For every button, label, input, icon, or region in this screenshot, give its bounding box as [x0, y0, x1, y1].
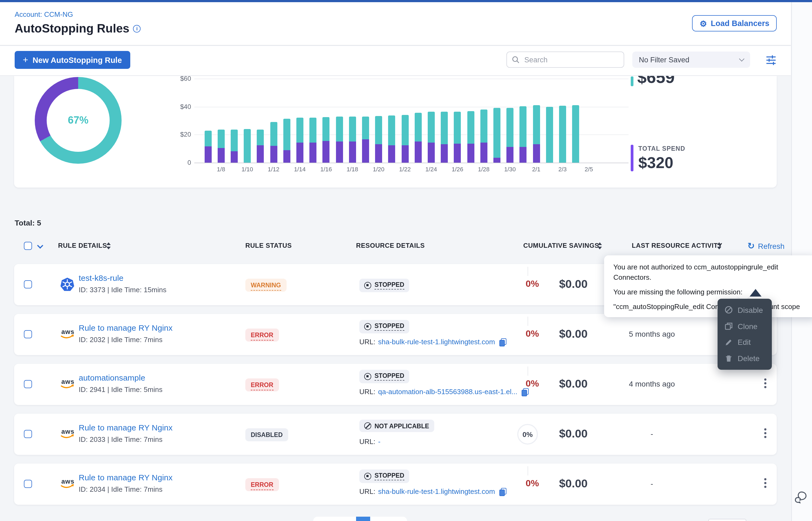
bar-savings-1/29	[493, 108, 500, 158]
rule-meta: ID: 3373 | Idle Time: 15mins	[79, 286, 166, 294]
sort-icon[interactable]	[598, 242, 602, 249]
bar-spend-1/19	[362, 140, 369, 163]
resource-url-link[interactable]: sha-bulk-rule-test-1.lightwingtest.com	[378, 338, 495, 346]
menu-item-delete[interactable]: Delete	[718, 350, 772, 367]
bar-spend-1/22	[401, 145, 408, 163]
resource-state-badge[interactable]: NOT APPLICABLE	[359, 420, 434, 432]
bar-savings-1/15	[309, 118, 317, 142]
sort-icon[interactable]	[106, 242, 111, 249]
resource-state-badge[interactable]: STOPPED	[359, 470, 409, 483]
bar-savings-1/17	[336, 117, 343, 141]
load-balancers-button[interactable]: ⚙ Load Balancers	[692, 15, 777, 31]
column-header-rule-details[interactable]: RULE DETAILS	[58, 242, 107, 249]
resource-state-badge[interactable]: STOPPED	[359, 370, 409, 383]
donut-center-label: 67%	[68, 114, 88, 126]
table-row: aws Rule to manage RY Nginx ID: 2032 | I…	[14, 314, 777, 355]
savings-percent: 0%	[503, 478, 539, 489]
autostopping-rules-page: Account: CCM-NG AutoStopping Rulesi ⚙ Lo…	[0, 0, 812, 521]
rule-name-link[interactable]: Rule to manage RY Nginx	[79, 423, 173, 432]
savings-percent: 0%	[517, 424, 538, 445]
resource-url-link[interactable]: qa-automation-alb-515563988.us-east-1.el…	[378, 388, 517, 396]
stopped-icon	[364, 323, 371, 330]
total-spend-marker	[631, 145, 634, 171]
status-badge[interactable]: WARNING	[245, 279, 286, 292]
select-menu-chevron-icon[interactable]	[37, 243, 43, 249]
bar-spend-1/26	[454, 144, 461, 163]
row-checkbox[interactable]	[24, 380, 32, 388]
column-header-cumulative-savings[interactable]: CUMULATIVE SAVINGS	[523, 242, 599, 249]
stopped-icon	[364, 282, 371, 289]
table-row: aws automationsample ID: 2941 | Idle Tim…	[14, 364, 777, 405]
status-badge[interactable]: ERROR	[245, 329, 279, 342]
bar-savings-1/18	[349, 117, 356, 142]
status-badge[interactable]: DISABLED	[245, 428, 288, 441]
refresh-button[interactable]: ↻ Refresh	[747, 241, 785, 251]
last-activity: 5 months ago	[606, 330, 698, 338]
bar-savings-1/16	[323, 117, 330, 141]
search-input[interactable]	[523, 55, 610, 64]
bottom-button[interactable]	[708, 519, 746, 521]
chat-bubbles-icon[interactable]	[795, 489, 810, 506]
saved-filter-dropdown[interactable]: No Filter Saved	[632, 51, 750, 68]
x-axis-tick-label: 2/5	[577, 166, 601, 173]
column-header-last-resource-activity[interactable]: LAST RESOURCE ACTIVITY	[632, 242, 723, 249]
row-checkbox[interactable]	[24, 280, 32, 289]
savings-amount: $0.00	[559, 477, 587, 490]
filter-panel-icon[interactable]	[765, 54, 777, 68]
row-checkbox[interactable]	[24, 430, 32, 438]
savings-amount: $0.00	[559, 327, 587, 340]
resource-state-badge[interactable]: STOPPED	[359, 279, 409, 292]
bar-savings-2/2	[546, 107, 553, 163]
row-checkbox[interactable]	[24, 330, 32, 338]
savings-tick	[528, 267, 528, 276]
total-count: Total: 5	[15, 219, 41, 227]
resource-url: URL: sha-bulk-rule-test-1.lightwingtest.…	[359, 338, 507, 346]
y-axis-tick-label: $60	[166, 76, 191, 83]
menu-item-disable[interactable]: Disable	[718, 302, 772, 318]
bar-spend-1/15	[309, 142, 317, 163]
bar-savings-1/30	[507, 108, 513, 147]
x-axis-tick-label: 1/28	[472, 166, 495, 173]
rule-name-link[interactable]: Rule to manage RY Nginx	[79, 473, 173, 482]
status-badge[interactable]: ERROR	[245, 478, 279, 491]
status-badge[interactable]: ERROR	[245, 379, 279, 391]
row-checkbox[interactable]	[24, 480, 32, 488]
resource-url-link[interactable]: -	[378, 437, 381, 446]
sort-icon[interactable]	[717, 242, 721, 249]
permission-tooltip: You are not authorized to ccm_autostoppi…	[604, 255, 812, 317]
pagination-active-page[interactable]	[356, 517, 370, 521]
x-axis-tick-label: 1/12	[262, 166, 285, 173]
resource-url: URL: -	[359, 437, 381, 446]
x-axis-tick-label: 1/22	[393, 166, 417, 173]
tooltip-line: "ccm_autoStoppingRule_edit Connectors" i…	[613, 302, 808, 312]
menu-item-clone[interactable]: Clone	[718, 318, 772, 335]
table-row: aws Rule to manage RY Nginx ID: 2033 | I…	[14, 414, 777, 455]
aws-icon: aws	[60, 427, 75, 442]
new-autostopping-rule-button[interactable]: + New AutoStopping Rule	[15, 51, 130, 69]
select-all-checkbox[interactable]	[24, 242, 32, 250]
x-axis-tick-label: 1/30	[498, 166, 522, 173]
bar-spend-1/7	[205, 146, 211, 163]
gridline	[194, 163, 628, 163]
rule-name-link[interactable]: automationsample	[79, 373, 145, 382]
kebab-menu-button[interactable]	[760, 379, 771, 390]
bar-savings-1/25	[441, 111, 448, 144]
bar-savings-1/31	[520, 106, 527, 147]
savings-amount: $0.00	[559, 277, 587, 291]
bar-spend-1/24	[428, 142, 435, 163]
summary-chart-card: 67% $659 TOTAL SPEND $320 $60$40$2001/81…	[14, 76, 777, 187]
bar-spend-1/25	[441, 144, 448, 163]
plus-icon: +	[23, 54, 28, 65]
context-menu-caret	[750, 289, 762, 297]
column-header-rule-status: RULE STATUS	[245, 242, 292, 249]
account-breadcrumb[interactable]: Account: CCM-NG	[15, 10, 73, 18]
kebab-menu-button[interactable]	[760, 428, 771, 440]
info-icon[interactable]: i	[133, 25, 141, 32]
resource-url-link[interactable]: sha-bulk-rule-test-1.lightwingtest.com	[378, 488, 495, 496]
resource-state-badge[interactable]: STOPPED	[359, 320, 409, 334]
kebab-menu-button[interactable]	[760, 478, 771, 490]
menu-item-edit[interactable]: Edit	[718, 334, 772, 350]
rule-name-link[interactable]: test-k8s-rule	[79, 273, 124, 282]
rule-name-link[interactable]: Rule to manage RY Nginx	[79, 323, 173, 332]
bar-savings-1/8	[217, 130, 225, 148]
